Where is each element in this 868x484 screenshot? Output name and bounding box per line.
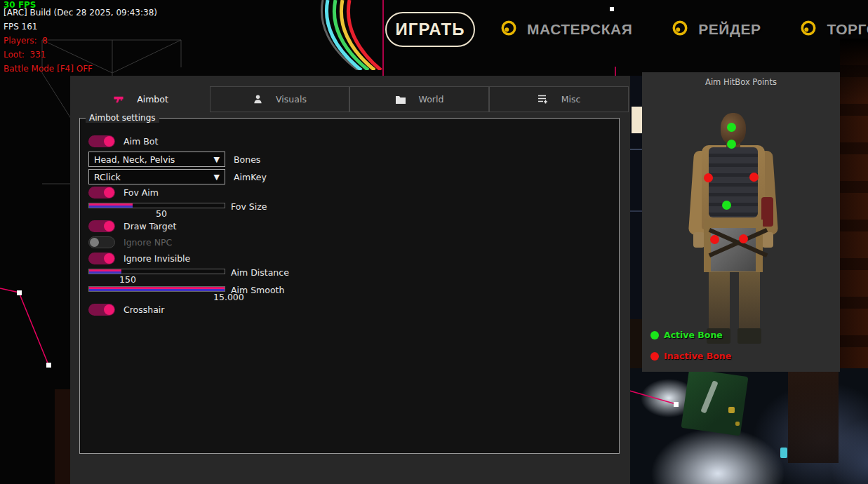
bone-dot-left-arm bbox=[704, 173, 713, 182]
bone-dot-left-knee bbox=[710, 235, 719, 244]
menu-item-label: ТОРГО bbox=[827, 21, 868, 38]
hud-line: Players: 8 bbox=[4, 36, 48, 46]
fov-aim-label: Fov Aim bbox=[123, 187, 159, 198]
tab-label: Misc bbox=[561, 94, 581, 105]
model-left-hand bbox=[693, 232, 705, 248]
chevron-down-icon: ▼ bbox=[214, 173, 220, 182]
cheat-menu-window: AimbotVisualsWorldMisc Aimbot settings A… bbox=[70, 76, 630, 484]
workshop-icon bbox=[500, 20, 517, 39]
crosshair-toggle[interactable] bbox=[88, 304, 115, 316]
aim-key-value: RClick bbox=[94, 172, 214, 182]
tab-label: World bbox=[419, 94, 444, 105]
aim-smooth-slider[interactable] bbox=[88, 286, 225, 292]
aim-bot-row: Aim Bot bbox=[88, 135, 267, 147]
group-title: Aimbot settings bbox=[86, 113, 159, 123]
trader-icon bbox=[800, 20, 817, 39]
game-screen: 30 FPS[ARC] Build (Dec 28 2025, 09:43:38… bbox=[0, 0, 868, 484]
raider-icon bbox=[672, 20, 688, 39]
bone-dot-right-knee bbox=[739, 234, 748, 243]
draw-target-row: Draw Target bbox=[88, 220, 267, 232]
crosshair-label: Crosshair bbox=[123, 304, 164, 315]
panel-title: Aim HitBox Points bbox=[642, 77, 840, 87]
bones-row: Head, Neck, Pelvis ▼ Bones bbox=[88, 152, 267, 167]
legend-label: Inactive Bone bbox=[664, 351, 731, 361]
main-menu: МАСТЕРСКАЯРЕЙДЕРТОРГО bbox=[500, 7, 868, 52]
hud-line: [ARC] Build (Dec 28 2025, 09:43:38) bbox=[4, 8, 157, 18]
fov-size-label: Fov Size bbox=[231, 201, 267, 212]
model-right-leg bbox=[739, 272, 760, 332]
menu-item-label: МАСТЕРСКАЯ bbox=[527, 21, 632, 38]
fov-size-row: Fov Size 50 bbox=[88, 203, 225, 217]
aim-bot-label: Aim Bot bbox=[123, 136, 158, 147]
draw-target-toggle[interactable] bbox=[88, 220, 115, 232]
legend-active-bone: Active Bone bbox=[650, 330, 723, 340]
fov-size-slider[interactable] bbox=[88, 203, 225, 208]
crosshair-row: Crosshair bbox=[88, 304, 267, 316]
controls-column: Aim Bot Head, Neck, Pelvis ▼ Bones RClic… bbox=[88, 135, 267, 320]
fov-aim-row: Fov Aim bbox=[88, 187, 267, 199]
model-arm-patch bbox=[761, 197, 773, 227]
legend-label: Active Bone bbox=[664, 330, 723, 340]
tab-world[interactable]: World bbox=[349, 86, 489, 112]
aim-distance-row: Aim Distance 150 bbox=[88, 269, 225, 283]
aim-key-row: RClick ▼ AimKey bbox=[88, 169, 267, 184]
hud-line: Loot: 331 bbox=[4, 50, 46, 60]
aim-distance-fill bbox=[89, 269, 121, 274]
tab-misc[interactable]: Misc bbox=[489, 86, 629, 112]
aim-bot-toggle[interactable] bbox=[88, 135, 115, 147]
bones-value: Head, Neck, Pelvis bbox=[94, 154, 214, 165]
model-left-leg bbox=[709, 272, 730, 332]
model-vest bbox=[709, 147, 758, 217]
bone-dot-head bbox=[727, 123, 736, 132]
bones-dropdown[interactable]: Head, Neck, Pelvis ▼ bbox=[88, 152, 225, 167]
aim-smooth-row: Aim Smooth 15.000 bbox=[88, 286, 225, 300]
hitbox-panel: Aim HitBox Points Active BoneInactive Bo… bbox=[642, 72, 840, 372]
menu-item-рейдер[interactable]: РЕЙДЕР bbox=[672, 20, 761, 39]
bone-dot-neck bbox=[727, 140, 736, 149]
model-right-hand bbox=[762, 232, 773, 248]
aimbot-settings-group: Aimbot settings Aim Bot Head, Neck, Pelv… bbox=[79, 118, 620, 454]
legend-inactive-bone: Inactive Bone bbox=[650, 351, 731, 361]
menu-item-торго[interactable]: ТОРГО bbox=[800, 20, 868, 39]
ignore-invisible-label: Ignore Invisible bbox=[123, 253, 190, 264]
bone-dot-pelvis bbox=[722, 201, 731, 210]
aim-distance-value: 150 bbox=[119, 274, 136, 285]
draw-target-label: Draw Target bbox=[123, 221, 176, 231]
playlist-add-icon bbox=[538, 94, 549, 105]
tab-aimbot[interactable]: Aimbot bbox=[72, 86, 210, 112]
aim-smooth-fill bbox=[89, 287, 225, 291]
folder-icon bbox=[395, 95, 406, 105]
ignore-invisible-toggle[interactable] bbox=[88, 253, 115, 264]
fov-aim-toggle[interactable] bbox=[88, 187, 115, 199]
person-icon bbox=[253, 94, 263, 105]
model-right-boot bbox=[737, 328, 761, 344]
pistol-icon bbox=[113, 94, 124, 105]
bone-dot-right-arm bbox=[749, 173, 759, 182]
ignore-npc-label: Ignore NPC bbox=[123, 237, 172, 248]
tab-visuals[interactable]: Visuals bbox=[210, 86, 349, 112]
tab-label: Aimbot bbox=[137, 94, 168, 105]
aim-smooth-value: 15.000 bbox=[213, 292, 244, 302]
hud-line: FPS 161 bbox=[4, 22, 37, 32]
hud-line: Battle Mode [F4] OFF bbox=[4, 64, 93, 74]
menu-item-label: РЕЙДЕР bbox=[698, 21, 761, 38]
aim-key-label: AimKey bbox=[234, 172, 267, 182]
aim-key-dropdown[interactable]: RClick ▼ bbox=[88, 169, 225, 184]
bones-label: Bones bbox=[234, 154, 260, 165]
menu-item-мастерская[interactable]: МАСТЕРСКАЯ bbox=[500, 20, 632, 39]
tab-label: Visuals bbox=[276, 94, 307, 105]
ignore-invisible-row: Ignore Invisible bbox=[88, 253, 267, 264]
chevron-down-icon: ▼ bbox=[214, 155, 220, 164]
fov-size-value: 50 bbox=[156, 208, 167, 219]
ignore-npc-row: Ignore NPC bbox=[88, 236, 267, 248]
legend-dot bbox=[650, 352, 659, 361]
play-button[interactable]: ИГРАТЬ bbox=[385, 12, 475, 47]
tab-bar: AimbotVisualsWorldMisc bbox=[72, 86, 629, 112]
ignore-npc-toggle[interactable] bbox=[88, 236, 115, 248]
fov-size-fill bbox=[89, 203, 133, 208]
aim-distance-label: Aim Distance bbox=[231, 267, 289, 278]
aim-distance-slider[interactable] bbox=[88, 269, 225, 274]
legend-dot bbox=[650, 331, 659, 340]
